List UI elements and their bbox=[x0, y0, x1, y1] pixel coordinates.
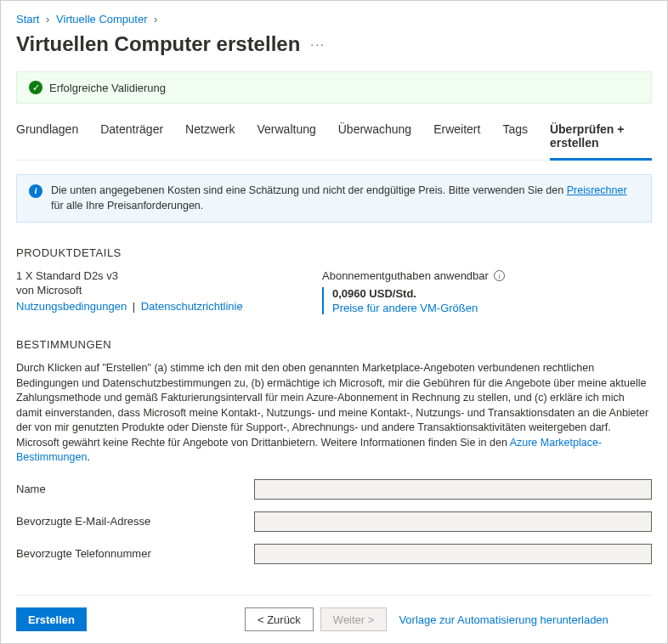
chevron-right-icon: › bbox=[46, 13, 49, 25]
tab-review-create[interactable]: Überprüfen + erstellen bbox=[550, 117, 652, 161]
name-label: Name bbox=[16, 483, 254, 495]
product-price: 0,0960 USD/Std. bbox=[332, 287, 652, 300]
download-template-link[interactable]: Vorlage zur Automatisierung herunterlade… bbox=[399, 613, 608, 626]
tab-basics[interactable]: Grundlagen bbox=[16, 117, 78, 161]
email-field[interactable] bbox=[254, 511, 652, 532]
terms-of-use-link[interactable]: Nutzungsbedingungen bbox=[16, 300, 127, 313]
chevron-right-icon: › bbox=[154, 13, 157, 25]
pricing-info-text-pre: Die unten angegebenen Kosten sind eine S… bbox=[51, 184, 567, 196]
breadcrumb-vms[interactable]: Virtuelle Computer bbox=[56, 13, 147, 25]
tab-disks[interactable]: Datenträger bbox=[100, 117, 163, 161]
email-label: Bevorzugte E-Mail-Adresse bbox=[16, 515, 254, 528]
validation-message: Erfolgreiche Validierung bbox=[49, 82, 166, 94]
more-actions-icon[interactable]: ··· bbox=[310, 37, 326, 51]
page-title: Virtuellen Computer erstellen bbox=[16, 32, 300, 56]
phone-field[interactable] bbox=[254, 544, 652, 564]
privacy-policy-link[interactable]: Datenschutzrichtlinie bbox=[141, 300, 243, 313]
tab-bar: Grundlagen Datenträger Netzwerk Verwaltu… bbox=[16, 117, 652, 161]
next-button: Weiter > bbox=[320, 607, 388, 631]
breadcrumb: Start › Virtuelle Computer › bbox=[16, 13, 652, 25]
tab-advanced[interactable]: Erweitert bbox=[433, 117, 480, 161]
terms-body: Durch Klicken auf "Erstellen" (a) stimme… bbox=[16, 361, 652, 466]
subscription-credit-label: Abonnementguthaben anwendbar bbox=[322, 269, 489, 282]
pricing-calculator-link[interactable]: Preisrechner bbox=[567, 184, 627, 196]
product-details-header: PRODUKTDETAILS bbox=[16, 246, 652, 259]
product-sku: 1 X Standard D2s v3 bbox=[16, 269, 271, 282]
check-circle-icon: ✓ bbox=[29, 81, 42, 94]
pricing-info-callout: i Die unten angegebenen Kosten sind eine… bbox=[16, 174, 652, 223]
pricing-info-text-post: für alle Ihre Preisanforderungen. bbox=[51, 200, 203, 212]
info-icon: i bbox=[29, 184, 42, 198]
tab-tags[interactable]: Tags bbox=[502, 117, 528, 161]
validation-banner: ✓ Erfolgreiche Validierung bbox=[16, 71, 652, 104]
footer-actions: Erstellen < Zurück Weiter > Vorlage zur … bbox=[16, 595, 652, 631]
tab-management[interactable]: Verwaltung bbox=[257, 117, 315, 161]
info-outline-icon[interactable]: i bbox=[494, 270, 505, 281]
phone-label: Bevorzugte Telefonnummer bbox=[16, 547, 254, 560]
product-vendor: von Microsoft bbox=[16, 284, 271, 297]
name-field[interactable] bbox=[254, 479, 652, 500]
vm-sizes-pricing-link[interactable]: Preise für andere VM-Größen bbox=[332, 302, 478, 314]
breadcrumb-start[interactable]: Start bbox=[16, 13, 39, 25]
tab-network[interactable]: Netzwerk bbox=[185, 117, 235, 161]
back-button[interactable]: < Zurück bbox=[245, 607, 314, 631]
tab-monitoring[interactable]: Überwachung bbox=[338, 117, 411, 161]
create-button[interactable]: Erstellen bbox=[16, 607, 87, 631]
terms-header: BESTIMMUNGEN bbox=[16, 338, 652, 351]
